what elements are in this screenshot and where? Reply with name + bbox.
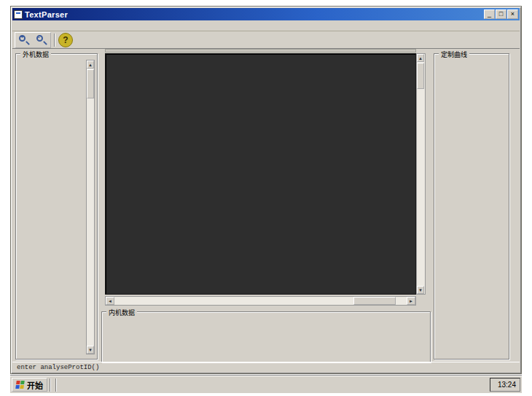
maximize-button[interactable]: □ [496,9,506,19]
taskbar-clock: 13:24 [496,381,516,389]
help-button[interactable]: ? [58,33,73,47]
custom-curves-panel: 定制曲线 [434,53,509,360]
scroll-down-icon[interactable]: ▼ [87,346,94,354]
zoom-in-button[interactable]: + [15,33,33,47]
client-area: 外机数据 ▲ ▼ ▲ ▼ ◄ [12,49,520,362]
chart-top-strip [105,49,416,53]
minimize-button[interactable]: _ [484,9,495,19]
outdoor-data-title: 外机数据 [20,50,51,59]
scroll-left-icon[interactable]: ◄ [106,297,114,305]
desktop: TextParser _ □ × + - ? [0,0,532,396]
scrollbar-thumb[interactable] [353,297,396,305]
indoor-data-panel: 内机数据 [101,311,431,362]
scroll-up-icon[interactable]: ▲ [417,54,424,62]
scroll-down-icon[interactable]: ▼ [417,286,424,294]
custom-curves-title: 定制曲线 [439,50,469,59]
toolbar: + - ? [12,31,520,49]
zoom-out-button[interactable]: - [33,33,50,47]
scrollbar-thumb[interactable] [87,69,94,98]
taskbar: 开始 13:24 [10,376,522,393]
chart-horizontal-scrollbar[interactable]: ◄ ► [105,296,416,306]
app-window: TextParser _ □ × + - ? [10,6,522,374]
close-button[interactable]: × [507,9,518,19]
scrollbar-thumb[interactable] [417,63,424,89]
trend-plot [105,53,416,295]
outdoor-data-panel: 外机数据 ▲ ▼ [15,53,98,360]
app-icon [14,10,23,19]
chart-vertical-scrollbar[interactable]: ▲ ▼ [416,53,426,295]
start-button[interactable]: 开始 [12,378,47,392]
title-bar[interactable]: TextParser _ □ × [12,8,520,20]
system-tray: 13:24 [490,378,520,392]
scroll-up-icon[interactable]: ▲ [87,61,94,69]
windows-logo-icon [15,381,26,389]
menu-bar [12,20,520,31]
indoor-data-title: 内机数据 [106,308,137,317]
window-title: TextParser [25,10,484,19]
toolbar-separator [54,34,55,47]
sidebar-scrollbar[interactable]: ▲ ▼ [86,60,95,354]
status-bar: enter analyseProtID() [12,362,520,372]
status-text: enter analyseProtID() [14,364,102,371]
chart-area: ▲ ▼ ◄ ► [101,49,426,310]
scroll-right-icon[interactable]: ► [407,297,415,305]
